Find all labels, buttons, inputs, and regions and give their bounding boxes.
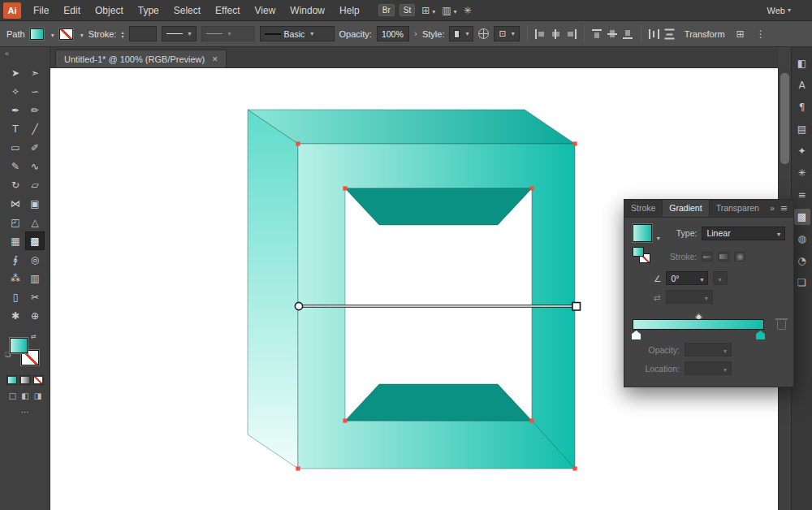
color-mode-button[interactable] (6, 375, 17, 385)
appbar-button-br[interactable]: Br (378, 4, 395, 16)
isolate-icon[interactable]: ⊞ (736, 28, 745, 40)
stroke-along-icon[interactable] (718, 252, 729, 261)
workspace-switcher[interactable]: Web (767, 6, 791, 15)
menu-view[interactable]: View (248, 5, 283, 16)
brush-dropdown[interactable]: Basic (260, 26, 335, 41)
tool-blend[interactable]: ◎ (25, 250, 45, 269)
tool-slice[interactable]: ✂ (25, 287, 45, 306)
tool-pencil[interactable]: ✎ (6, 157, 25, 175)
anchor-point[interactable] (296, 141, 300, 145)
appbar-button-st[interactable]: St (400, 4, 415, 16)
fill-color-swatch[interactable] (30, 28, 44, 40)
align-right-icon[interactable] (566, 29, 577, 39)
rail-icon-libraries[interactable]: ◧ (794, 55, 810, 71)
gradient-slider-bar[interactable] (633, 319, 764, 330)
align-center-icon[interactable] (551, 29, 561, 39)
tool-gradient[interactable]: ▩ (25, 231, 45, 250)
tool-perspective-grid[interactable]: △ (25, 213, 45, 231)
draw-normal-icon[interactable]: □ (9, 391, 16, 400)
tool-curvature[interactable]: ✏ (25, 101, 45, 119)
tool-lasso[interactable]: ∽ (25, 82, 45, 101)
rail-icon-appearance[interactable]: ◔ (794, 253, 810, 269)
rail-icon-transparency[interactable]: ◍ (794, 231, 810, 247)
reverse-gradient-icon[interactable]: ⇄ (654, 292, 661, 302)
panel-tab-gradient[interactable]: Gradient (662, 200, 709, 217)
align-middle-icon[interactable] (607, 29, 618, 39)
tab-close-icon[interactable]: × (212, 54, 218, 65)
stroke-weight-input[interactable] (129, 26, 157, 41)
more-options-icon[interactable]: ⋮ (756, 28, 766, 40)
delete-stop-trash-icon[interactable] (777, 321, 786, 330)
distribute-icon[interactable] (649, 29, 659, 39)
menu-effect[interactable]: Effect (208, 5, 247, 16)
anchor-point[interactable] (572, 466, 577, 470)
gradient-swatch-dropdown-icon[interactable]: ▾ (657, 235, 660, 242)
rail-icon-character[interactable]: A (794, 77, 810, 93)
tool-artboard[interactable]: ▯ (6, 287, 25, 306)
panel-fill-proxy[interactable] (633, 247, 644, 257)
align-bottom-icon[interactable] (623, 29, 633, 39)
menu-help[interactable]: Help (332, 5, 367, 16)
fill-proxy-swatch[interactable] (10, 338, 28, 353)
tool-rectangle[interactable]: ▭ (6, 138, 25, 157)
gpu-performance-icon[interactable]: ✳ (464, 5, 472, 16)
inner-bottom-wall[interactable] (345, 384, 532, 421)
stroke-within-icon[interactable] (702, 252, 713, 261)
tool-selection[interactable]: ➤ (6, 63, 25, 82)
preferences-dropdown[interactable]: ⊡ (494, 26, 519, 41)
tool-eyedropper[interactable]: ∮ (6, 250, 25, 269)
toolbar-collapse-icon[interactable]: « (5, 50, 9, 58)
tool-width[interactable]: ⋈ (6, 194, 25, 213)
left-face[interactable] (248, 110, 298, 469)
width-profile-dropdown[interactable] (201, 26, 255, 41)
anchor-point[interactable] (529, 418, 533, 422)
draw-behind-icon[interactable]: ◧ (21, 391, 28, 400)
panel-menu-icon[interactable]: ≡ (778, 203, 793, 214)
top-face[interactable] (248, 110, 575, 144)
style-dropdown[interactable] (449, 26, 473, 41)
anchor-point[interactable] (529, 186, 533, 190)
align-left-icon[interactable] (535, 29, 546, 39)
gradient-mode-button[interactable] (19, 375, 30, 385)
panel-tab-stroke[interactable]: Stroke (624, 200, 662, 217)
menu-file[interactable]: File (26, 5, 56, 16)
tool-shape-builder[interactable]: ◰ (6, 213, 25, 231)
none-mode-button[interactable] (33, 375, 44, 385)
align-top-icon[interactable] (592, 29, 603, 39)
rail-icon-symbols[interactable]: ✳ (794, 165, 810, 181)
tool-shaper[interactable]: ∿ (25, 157, 45, 175)
rail-icon-brushes[interactable]: ✦ (794, 143, 810, 159)
rail-icon-paragraph[interactable]: ¶ (794, 99, 810, 115)
draw-inside-icon[interactable]: ◨ (34, 391, 41, 400)
opacity-input[interactable]: 100% (377, 26, 409, 41)
rail-icon-gradient[interactable]: ▩ (794, 209, 810, 225)
inner-top-wall[interactable] (345, 188, 532, 225)
stop-location-dropdown[interactable] (685, 361, 732, 375)
annotator-origin-handle[interactable] (295, 302, 302, 309)
panel-tab-transparen[interactable]: Transparen (710, 200, 766, 217)
menu-object[interactable]: Object (88, 5, 131, 16)
menu-type[interactable]: Type (131, 5, 166, 16)
stroke-color-swatch[interactable] (59, 28, 73, 40)
tool-symbol-sprayer[interactable]: ⁂ (6, 269, 25, 287)
tool-direct-selection[interactable]: ➣ (25, 63, 45, 82)
rail-icon-swatches[interactable]: ▤ (794, 121, 810, 137)
stroke-dropdown-arrow-icon[interactable] (78, 29, 84, 39)
anchor-point[interactable] (572, 141, 577, 145)
gradient-stop-right[interactable] (756, 331, 765, 339)
tool-pen[interactable]: ✒ (6, 101, 25, 119)
gradient-type-dropdown[interactable]: Linear (702, 227, 785, 240)
fill-dropdown-arrow-icon[interactable] (49, 29, 54, 39)
menu-edit[interactable]: Edit (56, 5, 88, 16)
tool-rotate[interactable]: ↻ (6, 175, 25, 194)
tool-free-transform[interactable]: ▣ (25, 194, 45, 213)
tool-column-graph[interactable]: ▥ (25, 269, 45, 287)
annotator-end-handle[interactable] (572, 303, 581, 311)
extruded-frame-shape[interactable] (248, 110, 575, 469)
tool-magic-wand[interactable]: ✧ (6, 82, 25, 101)
gradient-stop-left[interactable] (632, 331, 641, 339)
anchor-point[interactable] (296, 466, 300, 470)
stroke-across-icon[interactable] (734, 252, 745, 261)
stroke-style-dropdown[interactable] (162, 26, 197, 41)
anchor-point[interactable] (343, 418, 347, 422)
